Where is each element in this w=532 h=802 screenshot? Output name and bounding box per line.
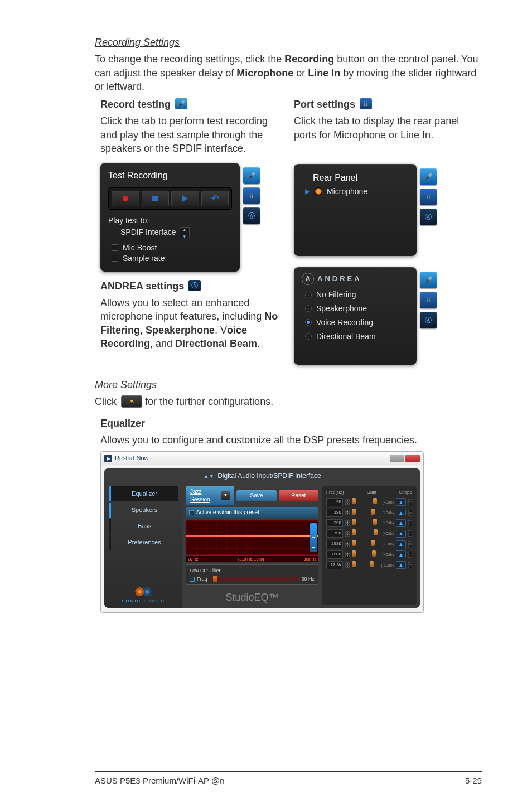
eq-freq-spinner[interactable]: ▲▼ <box>345 520 350 526</box>
text-bold: Line In <box>308 67 340 79</box>
sidebar-item-bass[interactable]: Bass <box>109 519 178 534</box>
tab-port[interactable]: ⁞⁞ <box>243 187 260 204</box>
andrea-glyph: Ⓐ <box>191 281 198 290</box>
play-test-target-row: SPDIF Interface ▲▼ <box>120 227 232 238</box>
save-button[interactable]: Save <box>236 490 276 501</box>
eq-shape-spinner[interactable] <box>408 499 412 505</box>
sidebar-item-speakers[interactable]: Speakers <box>109 503 178 518</box>
tab-andrea[interactable]: Ⓐ <box>243 207 260 224</box>
eq-freq-spinner[interactable]: ▲▼ <box>345 531 350 537</box>
eq-shape-button[interactable]: ▲ <box>396 530 406 538</box>
eq-freq-value: 180 <box>326 509 343 517</box>
port-settings-title: Port settings <box>294 99 355 110</box>
eq-freq-value: 290 <box>326 519 343 528</box>
window-buttons <box>390 455 420 462</box>
sample-rate-label: Sample rate: <box>123 253 167 264</box>
eq-freq-spinner[interactable]: ▲▼ <box>345 552 350 557</box>
mic-tab-icon: 🎤 <box>175 98 187 109</box>
andrea-option-0[interactable]: No Filtering <box>305 289 409 300</box>
undo-button[interactable]: ↶ <box>201 191 229 206</box>
eq-freq-spinner[interactable]: ▲▼ <box>345 499 350 505</box>
equalizer-main: Jazz Session ▼ Save Reset Activate withi… <box>182 483 420 608</box>
tab-port[interactable]: ⁞⁞ <box>420 292 437 308</box>
sample-rate-row[interactable]: Sample rate: <box>112 253 232 264</box>
eq-shape-button[interactable]: ▲ <box>396 509 406 516</box>
eq-freq-spinner[interactable]: ▲▼ <box>345 510 350 515</box>
tab-port[interactable]: ⁞⁞ <box>420 189 437 205</box>
eq-graph[interactable] <box>186 520 318 555</box>
stop-button[interactable] <box>142 191 170 206</box>
minimize-button[interactable] <box>390 455 404 462</box>
test-recording-panel-wrapper: Test Recording ↶ Play test to: SPDIF Int… <box>100 163 283 271</box>
eq-freq-value: 12.8k <box>326 561 343 569</box>
eq-freq-spinner[interactable]: ▲▼ <box>345 562 350 568</box>
eq-shape-button[interactable]: ▲ <box>396 498 406 506</box>
radio-icon[interactable] <box>305 305 312 312</box>
spinner-down-icon[interactable]: ▼ <box>180 234 189 240</box>
equalizer-title: Equalizer <box>100 417 482 430</box>
tab-mic[interactable]: 🎤 <box>420 272 437 288</box>
eq-shape-button[interactable]: ▲ <box>396 519 406 527</box>
mic-boost-checkbox[interactable] <box>112 244 118 251</box>
eq-shape-button[interactable]: ▲ <box>396 550 406 558</box>
reset-button[interactable]: Reset <box>279 490 318 501</box>
record-button[interactable] <box>112 191 139 206</box>
tab-mic[interactable]: 🎤 <box>420 168 437 185</box>
eq-bands-panel: Freq(Hz) Gain Shape 90▲▼(+0db)▲180▲▼(+0d… <box>322 486 417 605</box>
lowcut-checkbox[interactable] <box>190 577 195 582</box>
activate-checkbox-row[interactable]: Activate within this preset <box>186 507 318 518</box>
eq-shape-button[interactable]: ▲ <box>396 561 406 569</box>
spinner-up-icon[interactable]: ▲ <box>180 228 189 234</box>
sidebar-item-equalizer[interactable]: Equalizer <box>109 486 178 501</box>
rear-panel-item-row[interactable]: ▶ Microphone <box>305 186 409 197</box>
andrea-option-3[interactable]: Directional Beam <box>305 331 409 342</box>
tab-andrea[interactable]: Ⓐ <box>420 312 437 328</box>
tab-andrea[interactable]: Ⓐ <box>420 209 437 225</box>
mic-boost-row[interactable]: Mic Boost <box>112 243 232 253</box>
axis-mid: (310 Hz, 10db) <box>238 557 264 562</box>
tab-mic[interactable]: 🎤 <box>243 167 260 184</box>
lowcut-panel: Low Cut Filter Freq 60 Hz <box>186 564 318 585</box>
rear-panel-wrapper: Rear Panel ▶ Microphone 🎤 ⁞⁞ Ⓐ <box>294 164 482 256</box>
eq-shape-spinner[interactable] <box>408 541 412 547</box>
eq-freq-spinner[interactable]: ▲▼ <box>345 542 350 547</box>
andrea-option-1[interactable]: Speakerphone <box>305 303 409 314</box>
sidebar-item-preferences[interactable]: Preferences <box>109 535 178 550</box>
rear-panel: Rear Panel ▶ Microphone <box>294 164 417 256</box>
eq-band-row: 290▲▼(+0db)▲ <box>326 519 412 528</box>
record-testing-title: Record testing <box>100 99 171 110</box>
more-settings-line: Click ✶ for the further configurations. <box>95 395 482 408</box>
eq-shape-button[interactable]: ▲ <box>396 540 406 548</box>
andrea-logo-icon: A <box>302 273 314 285</box>
interface-tab[interactable]: ▲▼ Digital Audio Input/SPDIF Interface <box>104 468 420 483</box>
andrea-option-2[interactable]: Voice Recording <box>305 317 409 328</box>
play-button[interactable] <box>171 191 199 206</box>
eq-shape-spinner[interactable] <box>408 530 412 537</box>
eq-curve <box>186 535 318 537</box>
eq-shape-spinner[interactable] <box>408 552 412 558</box>
eq-shape-spinner[interactable] <box>408 562 412 568</box>
radio-icon[interactable] <box>305 333 312 340</box>
activate-checkbox[interactable] <box>189 510 194 515</box>
close-button[interactable] <box>405 455 420 462</box>
lowcut-slider[interactable] <box>210 577 299 581</box>
eq-gain-db: (+0db) <box>352 531 394 536</box>
eq-freq-value: 790 <box>326 529 343 538</box>
audio-jack-icon <box>315 187 322 195</box>
target-spinner[interactable]: ▲▼ <box>180 227 190 238</box>
axis-left: 20 Hz <box>188 557 198 562</box>
port-settings-title-row: Port settings ⁞⁞ <box>294 98 482 111</box>
sample-rate-checkbox[interactable] <box>112 255 118 262</box>
eq-shape-spinner[interactable] <box>408 520 412 526</box>
eq-shape-spinner[interactable] <box>408 510 412 516</box>
preset-dropdown[interactable]: Jazz Session ▼ <box>186 486 234 505</box>
andrea-option-label: No Filtering <box>316 289 356 300</box>
eq-band-row: 790▲▼(+0db)▲ <box>326 529 412 538</box>
eq-graph-scrollbar[interactable] <box>310 523 317 552</box>
expand-arrow-icon[interactable]: ▶ <box>305 187 310 196</box>
hdr-gain: Gain <box>367 490 376 496</box>
andrea-option-label: Directional Beam <box>316 331 376 342</box>
radio-icon-selected[interactable] <box>305 319 312 326</box>
undo-icon: ↶ <box>211 192 219 205</box>
radio-icon[interactable] <box>305 292 312 298</box>
